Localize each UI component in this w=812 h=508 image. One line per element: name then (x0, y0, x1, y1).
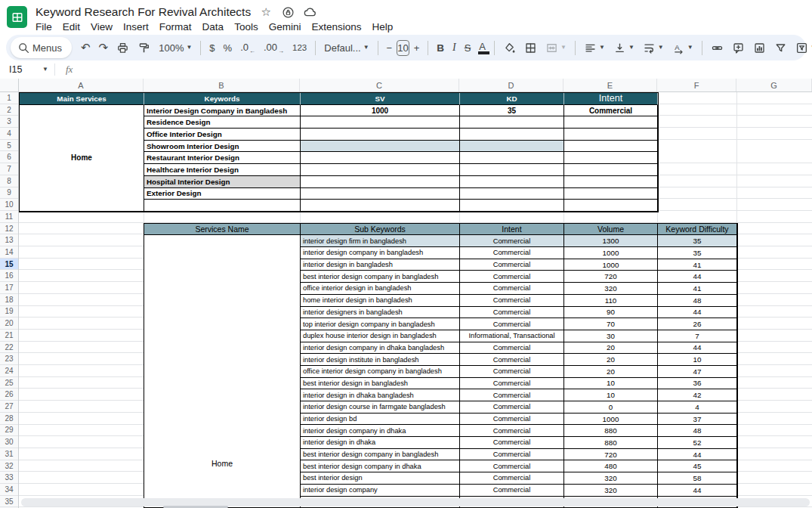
row-header-8[interactable]: 8 (0, 175, 18, 187)
cell-E4[interactable] (564, 129, 658, 141)
row-header-30[interactable]: 30 (0, 436, 18, 448)
insert-comment-button[interactable] (728, 38, 749, 57)
row-header-22[interactable]: 22 (0, 342, 18, 354)
col-header-E[interactable]: E (563, 79, 657, 91)
cell-E3[interactable] (564, 116, 658, 129)
row-header-18[interactable]: 18 (0, 294, 18, 306)
cell-C2[interactable]: 1000 (301, 105, 460, 117)
cell-D28[interactable]: Commercial (460, 414, 564, 426)
cell-E17[interactable]: 320 (564, 283, 658, 295)
cell-B5[interactable]: Showroom Interior Design (144, 141, 301, 153)
row-header-9[interactable]: 9 (0, 187, 18, 200)
row-header-11[interactable]: 11 (0, 211, 18, 223)
cell-E6[interactable] (564, 152, 658, 164)
col-header-C[interactable]: C (300, 79, 459, 91)
cell-D24[interactable]: Commercial (460, 366, 564, 378)
cell-F27[interactable]: 4 (658, 401, 737, 414)
format-as-percent-button[interactable]: % (220, 38, 236, 57)
menus-search-button[interactable]: Menus (11, 37, 72, 58)
cell-D30[interactable]: Commercial (460, 437, 564, 449)
access-lock-icon[interactable] (281, 5, 295, 19)
name-box[interactable]: I15 ▼ (0, 64, 54, 75)
print-button[interactable] (113, 38, 133, 57)
merge-cells-button[interactable]: ▼ (542, 38, 570, 57)
cell-D22[interactable]: Commercial (460, 342, 564, 355)
row-header-35[interactable]: 35 (0, 496, 18, 508)
row-header-14[interactable]: 14 (0, 246, 18, 259)
menu-tools[interactable]: Tools (229, 20, 264, 34)
cell-F22[interactable]: 44 (658, 342, 737, 355)
cell-F20[interactable]: 26 (658, 318, 737, 330)
menu-format[interactable]: Format (154, 20, 197, 34)
cell-C30[interactable]: interior design in dhaka (301, 437, 460, 449)
cell-F14[interactable]: 35 (658, 247, 737, 259)
cell-E2[interactable]: Commercial (564, 105, 658, 117)
cell-C34[interactable]: interior design company (301, 485, 460, 497)
cell-E13[interactable]: 1300 (564, 235, 658, 247)
cell-D17[interactable]: Commercial (460, 283, 564, 295)
row-header-25[interactable]: 25 (0, 377, 18, 389)
cell-E33[interactable]: 320 (564, 472, 658, 485)
cell-B7[interactable]: Healthcare Interior Design (144, 164, 301, 176)
cell-F31[interactable]: 44 (658, 449, 737, 461)
menu-extensions[interactable]: Extensions (306, 20, 366, 34)
cell-D25[interactable]: Commercial (460, 378, 564, 390)
cell-D1[interactable]: KD (460, 93, 564, 105)
row-header-31[interactable]: 31 (0, 448, 18, 460)
text-rotation-button[interactable]: A▼ (668, 38, 697, 57)
font-family-button[interactable]: Defaul...▼ (320, 38, 372, 57)
cell-E7[interactable] (564, 164, 658, 176)
cell-D15[interactable]: Commercial (460, 259, 564, 271)
cell-F28[interactable]: 37 (658, 414, 737, 426)
cell-D33[interactable]: Commercial (460, 472, 564, 485)
cell-D4[interactable] (460, 129, 564, 141)
cell-B1[interactable]: Keywords (144, 93, 301, 105)
cell-D2[interactable]: 35 (460, 105, 564, 117)
text-color-button[interactable]: A (475, 38, 489, 57)
cell-D8[interactable] (460, 176, 564, 188)
bold-button[interactable]: B (433, 38, 448, 57)
increase-font-size-button[interactable]: + (410, 38, 424, 57)
cell-F30[interactable]: 52 (658, 437, 737, 449)
cell-B12[interactable]: Services Name (144, 224, 301, 236)
horizontal-align-button[interactable]: ▼ (580, 38, 609, 57)
insert-link-button[interactable] (707, 38, 727, 57)
cell-C14[interactable]: interior design company in bangladesh (301, 247, 460, 259)
cell-E14[interactable]: 1000 (564, 247, 658, 259)
col-header-F[interactable]: F (657, 79, 736, 91)
cell-C3[interactable] (301, 116, 460, 129)
menu-edit[interactable]: Edit (57, 20, 85, 34)
cell-C4[interactable] (301, 129, 460, 141)
cell-E16[interactable]: 720 (564, 271, 658, 283)
paint-format-button[interactable] (134, 38, 154, 57)
cell-E8[interactable] (564, 176, 658, 188)
cell-D27[interactable]: Commercial (460, 401, 564, 414)
row-header-15[interactable]: 15 (0, 259, 18, 271)
cell-E12[interactable]: Volume (564, 224, 658, 236)
cell-B13-merged[interactable]: Home (144, 235, 301, 508)
cell-C21[interactable]: duplex house interior design in banglade… (301, 330, 460, 342)
cell-B4[interactable]: Office Interior Design (144, 129, 301, 141)
cell-C24[interactable]: office interior design company in bangla… (301, 366, 460, 378)
cell-F25[interactable]: 36 (658, 378, 737, 390)
menu-help[interactable]: Help (366, 20, 398, 34)
row-header-4[interactable]: 4 (0, 128, 18, 140)
text-wrapping-button[interactable]: ▼ (639, 38, 668, 57)
cell-F26[interactable]: 42 (658, 389, 737, 401)
insert-chart-button[interactable] (749, 38, 770, 57)
row-header-23[interactable]: 23 (0, 353, 18, 365)
strikethrough-button[interactable]: S (461, 38, 475, 57)
cell-A1[interactable]: Main Services (20, 93, 144, 105)
cell-D31[interactable]: Commercial (460, 449, 564, 461)
cell-D10[interactable] (460, 200, 564, 212)
cell-D21[interactable]: Informational, Transactional (460, 330, 564, 342)
cell-B2[interactable]: Interior Design Company in Bangladesh (144, 105, 301, 117)
cell-A2-merged[interactable]: Home (20, 105, 144, 212)
cell-F16[interactable]: 44 (658, 271, 737, 283)
row-header-27[interactable]: 27 (0, 401, 18, 413)
cell-D6[interactable] (460, 152, 564, 164)
cell-C8[interactable] (301, 176, 460, 188)
row-header-13[interactable]: 13 (0, 234, 18, 246)
cell-C10[interactable] (301, 200, 460, 212)
cell-C13[interactable]: interior design firm in bangladesh (301, 235, 460, 247)
